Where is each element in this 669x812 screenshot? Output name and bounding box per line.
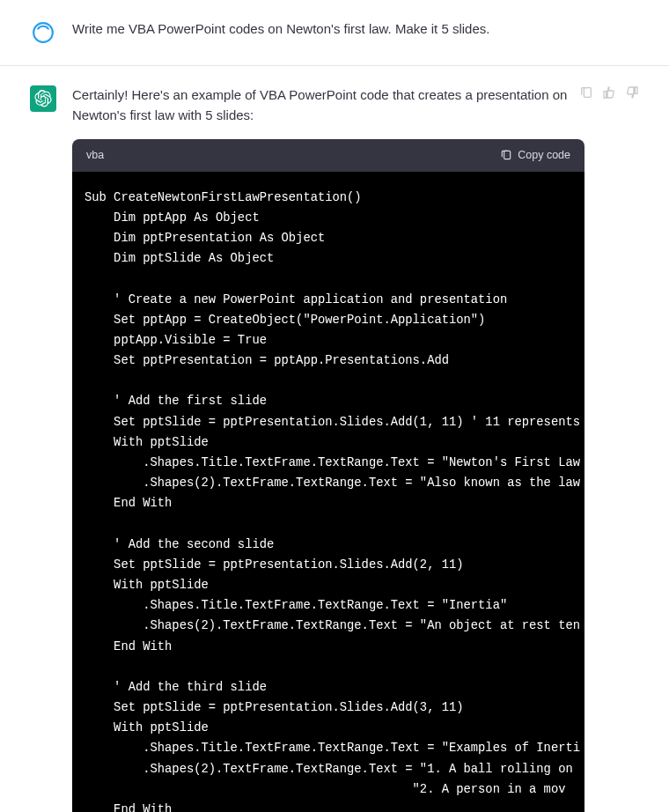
code-block: vba Copy code Sub CreateNewtonFirstLawPr… <box>72 139 584 812</box>
thumbs-up-icon[interactable] <box>602 85 616 100</box>
assistant-actions <box>579 85 639 100</box>
openai-logo-icon <box>34 90 52 107</box>
copy-code-button[interactable]: Copy code <box>500 147 570 164</box>
user-message-row: Write me VBA PowerPoint codes on Newton'… <box>0 0 669 66</box>
clipboard-icon[interactable] <box>579 85 593 100</box>
assistant-intro-text: Certainly! Here's an example of VBA Powe… <box>72 85 586 125</box>
clipboard-icon <box>500 149 512 161</box>
assistant-avatar <box>30 85 56 112</box>
user-message-text: Write me VBA PowerPoint codes on Newton'… <box>72 19 586 40</box>
copy-code-label: Copy code <box>518 147 570 164</box>
svg-rect-1 <box>504 151 511 159</box>
code-body[interactable]: Sub CreateNewtonFirstLawPresentation() D… <box>72 172 584 812</box>
thumbs-down-icon[interactable] <box>625 85 639 100</box>
code-language-label: vba <box>86 147 104 164</box>
svg-rect-2 <box>584 88 591 98</box>
user-message-content: Write me VBA PowerPoint codes on Newton'… <box>72 19 639 46</box>
assistant-message-content: Certainly! Here's an example of VBA Powe… <box>72 85 639 812</box>
user-avatar <box>30 19 56 46</box>
code-block-header: vba Copy code <box>72 139 584 172</box>
assistant-message-row: Certainly! Here's an example of VBA Powe… <box>0 66 669 812</box>
user-circle-icon <box>32 21 55 44</box>
